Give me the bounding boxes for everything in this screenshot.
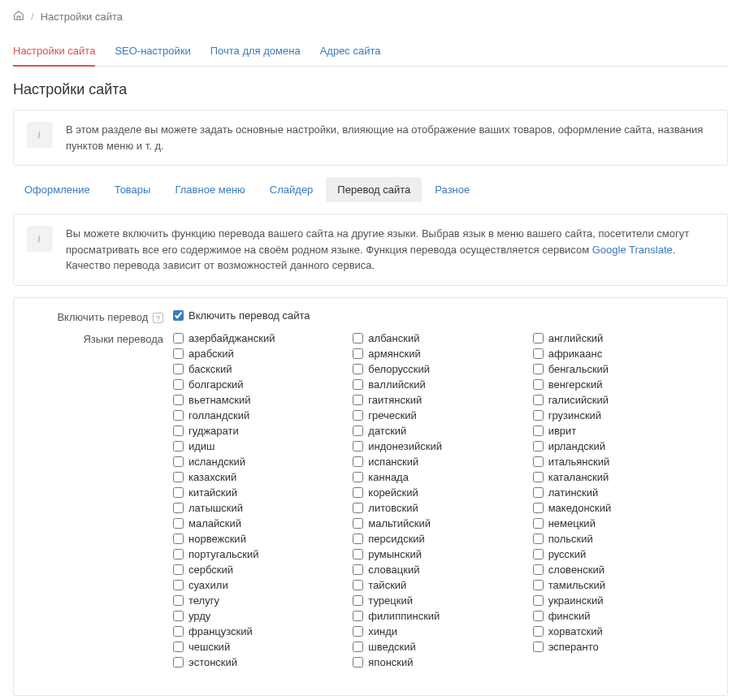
- language-item[interactable]: исландский: [173, 455, 333, 469]
- language-item[interactable]: голландский: [173, 408, 333, 422]
- language-item[interactable]: персидский: [353, 532, 513, 546]
- language-checkbox[interactable]: [353, 333, 363, 344]
- language-checkbox[interactable]: [533, 410, 544, 421]
- language-checkbox[interactable]: [173, 626, 184, 637]
- language-item[interactable]: венгерский: [533, 378, 693, 391]
- language-checkbox[interactable]: [173, 657, 184, 668]
- language-item[interactable]: ирландский: [533, 439, 693, 453]
- secondary-tab-2[interactable]: Главное меню: [163, 177, 256, 202]
- language-checkbox[interactable]: [173, 534, 184, 544]
- language-checkbox[interactable]: [173, 642, 184, 652]
- language-item[interactable]: испанский: [353, 455, 513, 469]
- language-item[interactable]: иврит: [533, 424, 693, 438]
- language-checkbox[interactable]: [533, 441, 544, 452]
- language-checkbox[interactable]: [353, 441, 363, 452]
- language-item[interactable]: норвежский: [173, 532, 333, 546]
- language-item[interactable]: польский: [533, 532, 693, 546]
- language-checkbox[interactable]: [353, 626, 363, 637]
- language-item[interactable]: армянский: [353, 347, 513, 361]
- language-checkbox[interactable]: [353, 395, 363, 405]
- language-item[interactable]: чешский: [173, 640, 333, 654]
- language-checkbox[interactable]: [353, 580, 363, 590]
- language-item[interactable]: галисийский: [533, 393, 693, 407]
- language-checkbox[interactable]: [533, 333, 544, 344]
- language-item[interactable]: вьетнамский: [173, 393, 333, 407]
- language-item[interactable]: португальский: [173, 547, 333, 561]
- secondary-tab-4[interactable]: Перевод сайта: [326, 177, 422, 202]
- language-item[interactable]: французский: [173, 624, 333, 638]
- language-item[interactable]: болгарский: [173, 378, 333, 391]
- language-item[interactable]: валлийский: [353, 378, 513, 391]
- language-item[interactable]: латинский: [533, 486, 693, 499]
- secondary-tab-1[interactable]: Товары: [103, 177, 162, 202]
- language-checkbox[interactable]: [173, 333, 184, 344]
- language-checkbox[interactable]: [533, 472, 544, 482]
- language-item[interactable]: финский: [533, 609, 693, 623]
- home-icon[interactable]: [13, 10, 24, 24]
- language-checkbox[interactable]: [533, 348, 544, 359]
- language-item[interactable]: баскский: [173, 362, 333, 376]
- language-item[interactable]: белорусский: [353, 362, 513, 376]
- language-item[interactable]: африкаанс: [533, 347, 693, 361]
- language-item[interactable]: бенгальский: [533, 362, 693, 376]
- language-item[interactable]: китайский: [173, 486, 333, 499]
- language-checkbox[interactable]: [353, 611, 363, 621]
- language-item[interactable]: хорватский: [533, 624, 693, 638]
- help-icon[interactable]: ?: [153, 313, 163, 323]
- language-checkbox[interactable]: [173, 379, 184, 390]
- language-checkbox[interactable]: [353, 595, 363, 606]
- language-item[interactable]: греческий: [353, 408, 513, 422]
- language-checkbox[interactable]: [533, 364, 544, 374]
- language-item[interactable]: суахили: [173, 578, 333, 592]
- language-item[interactable]: гуджарати: [173, 424, 333, 438]
- language-checkbox[interactable]: [533, 549, 544, 560]
- language-checkbox[interactable]: [533, 518, 544, 529]
- language-checkbox[interactable]: [533, 611, 544, 621]
- language-checkbox[interactable]: [173, 348, 184, 359]
- language-checkbox[interactable]: [353, 534, 363, 544]
- language-checkbox[interactable]: [353, 456, 363, 467]
- language-checkbox[interactable]: [173, 518, 184, 529]
- language-item[interactable]: мальтийский: [353, 516, 513, 530]
- language-checkbox[interactable]: [533, 626, 544, 637]
- language-item[interactable]: датский: [353, 424, 513, 438]
- language-item[interactable]: урду: [173, 609, 333, 623]
- language-item[interactable]: тамильский: [533, 578, 693, 592]
- primary-tab-2[interactable]: Почта для домена: [210, 40, 301, 67]
- language-item[interactable]: каннада: [353, 470, 513, 484]
- language-checkbox[interactable]: [533, 534, 544, 544]
- language-checkbox[interactable]: [533, 564, 544, 575]
- language-checkbox[interactable]: [533, 395, 544, 405]
- language-item[interactable]: арабский: [173, 347, 333, 361]
- language-item[interactable]: японский: [353, 655, 513, 669]
- language-checkbox[interactable]: [173, 549, 184, 560]
- primary-tab-3[interactable]: Адрес сайта: [320, 40, 381, 67]
- language-item[interactable]: грузинский: [533, 408, 693, 422]
- secondary-tab-3[interactable]: Слайдер: [258, 177, 325, 202]
- language-checkbox[interactable]: [173, 611, 184, 621]
- language-checkbox[interactable]: [353, 364, 363, 374]
- language-item[interactable]: македонский: [533, 501, 693, 515]
- language-checkbox[interactable]: [173, 580, 184, 590]
- language-checkbox[interactable]: [353, 518, 363, 529]
- language-checkbox[interactable]: [533, 426, 544, 436]
- language-item[interactable]: казахский: [173, 470, 333, 484]
- language-item[interactable]: хинди: [353, 624, 513, 638]
- language-checkbox[interactable]: [533, 503, 544, 513]
- language-item[interactable]: шведский: [353, 640, 513, 654]
- language-checkbox[interactable]: [173, 410, 184, 421]
- secondary-tab-0[interactable]: Оформление: [13, 177, 102, 202]
- language-item[interactable]: словенский: [533, 563, 693, 577]
- language-item[interactable]: тайский: [353, 578, 513, 592]
- language-checkbox[interactable]: [173, 472, 184, 482]
- language-checkbox[interactable]: [173, 564, 184, 575]
- language-checkbox[interactable]: [173, 456, 184, 467]
- language-checkbox[interactable]: [353, 549, 363, 560]
- language-checkbox[interactable]: [533, 379, 544, 390]
- language-checkbox[interactable]: [353, 487, 363, 498]
- language-item[interactable]: каталанский: [533, 470, 693, 484]
- language-checkbox[interactable]: [533, 487, 544, 498]
- language-item[interactable]: немецкий: [533, 516, 693, 530]
- language-checkbox[interactable]: [353, 472, 363, 482]
- language-checkbox[interactable]: [173, 364, 184, 374]
